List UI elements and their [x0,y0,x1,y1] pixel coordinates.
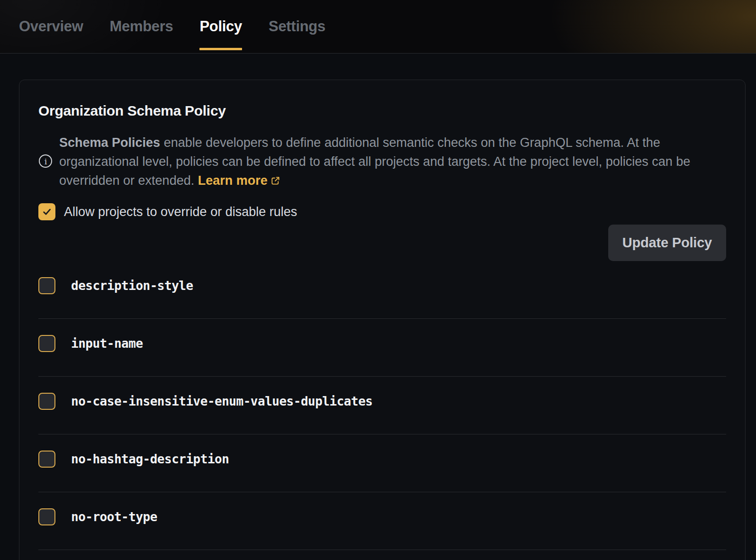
rule-name: no-root-type [71,510,157,524]
rule-checkbox[interactable] [38,451,55,468]
page-title: Organization Schema Policy [38,103,726,119]
rule-row-description-style: description-style [38,261,726,319]
tab-label: Overview [19,18,83,35]
tab-label: Settings [269,18,325,35]
allow-override-checkbox[interactable] [38,203,55,220]
svg-text:i: i [45,157,47,166]
update-policy-button[interactable]: Update Policy [608,225,726,261]
tab-label: Members [109,18,173,35]
policy-card: Organization Schema Policy i Schema Poli… [19,80,746,560]
allow-override-row: Allow projects to override or disable ru… [38,203,726,220]
rule-checkbox[interactable] [38,335,55,352]
info-circle-icon: i [38,154,53,170]
info-callout: i Schema Policies enable developers to d… [38,133,726,191]
rule-row-no-case-insensitive-enum-values-duplicates: no-case-insensitive-enum-values-duplicat… [38,377,726,434]
tab-members[interactable]: Members [109,0,173,53]
rule-name: input-name [71,336,143,351]
tab-bar: Overview Members Policy Settings [0,0,756,54]
allow-override-label: Allow projects to override or disable ru… [64,205,297,219]
rule-row-no-hashtag-description: no-hashtag-description [38,434,726,492]
rules-list: description-style input-name no-case-ins… [38,261,726,550]
rule-row-no-root-type: no-root-type [38,492,726,550]
rule-checkbox[interactable] [38,393,55,410]
tab-overview[interactable]: Overview [19,0,83,53]
external-link-icon [270,172,280,191]
tab-policy[interactable]: Policy [199,0,242,53]
info-lead: Schema Policies [59,135,160,150]
tab-label: Policy [199,18,242,35]
button-row: Update Policy [38,225,726,261]
rule-name: description-style [71,279,193,293]
rule-checkbox[interactable] [38,508,55,525]
rule-name: no-hashtag-description [71,452,229,466]
info-paragraph: Schema Policies enable developers to def… [59,133,709,191]
tab-settings[interactable]: Settings [269,0,325,53]
learn-more-link[interactable]: Learn more [198,173,280,188]
rule-row-input-name: input-name [38,319,726,377]
rule-name: no-case-insensitive-enum-values-duplicat… [71,394,372,408]
rule-checkbox[interactable] [38,277,55,294]
